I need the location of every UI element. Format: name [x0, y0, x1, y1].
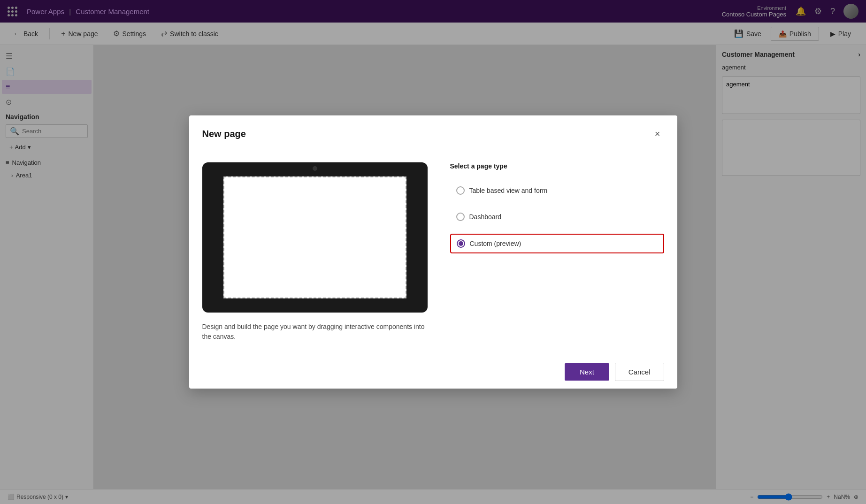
modal-body: Design and build the page you want by dr… [189, 149, 677, 355]
cancel-button[interactable]: Cancel [615, 363, 664, 381]
page-type-heading: Select a page type [450, 162, 664, 170]
radio-dashboard[interactable] [456, 213, 465, 221]
modal-title: New page [202, 129, 651, 139]
modal-left: Design and build the page you want by dr… [202, 162, 428, 342]
option-dashboard[interactable]: Dashboard [450, 207, 664, 226]
preview-tablet [202, 162, 428, 313]
modal-header: New page × [189, 115, 677, 149]
preview-screen [223, 176, 406, 298]
new-page-modal: New page × Design and build the page you… [189, 115, 677, 389]
next-button[interactable]: Next [565, 363, 609, 381]
modal-overlay: New page × Design and build the page you… [0, 0, 866, 504]
option-table[interactable]: Table based view and form [450, 181, 664, 200]
radio-table[interactable] [456, 186, 465, 195]
option-custom[interactable]: Custom (preview) [450, 234, 664, 253]
modal-right: Select a page type Table based view and … [450, 162, 664, 342]
modal-close-button[interactable]: × [651, 127, 664, 141]
preview-description: Design and build the page you want by dr… [202, 322, 428, 342]
modal-footer: Next Cancel [189, 355, 677, 389]
radio-custom[interactable] [457, 239, 465, 248]
